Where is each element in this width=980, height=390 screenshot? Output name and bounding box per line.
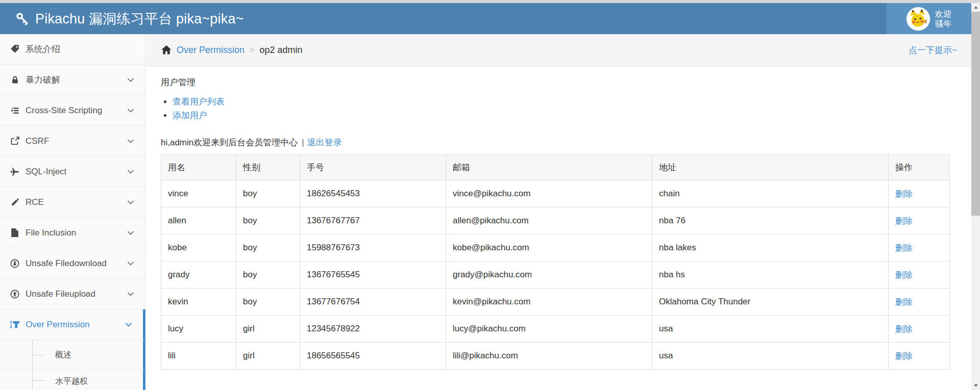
sidebar-item-label: Cross-Site Scripting xyxy=(26,106,102,116)
sidebar-item-over-permission[interactable]: Over Permission xyxy=(0,309,145,340)
sidebar-subitem-horizontal[interactable]: 水平越权 xyxy=(0,370,145,390)
list-item: 添加用户 xyxy=(173,109,971,122)
sidebar-item-label: CSRF xyxy=(26,136,49,146)
scrollbar-thumb[interactable] xyxy=(971,12,980,216)
sidebar-item-xss[interactable]: Cross-Site Scripting xyxy=(0,95,145,126)
logout-link[interactable]: 退出登录 xyxy=(307,138,342,147)
cell-address: usa xyxy=(652,316,889,343)
cell-gender: girl xyxy=(236,316,300,343)
cell-phone: 13676765545 xyxy=(300,262,446,289)
sidebar-item-sql-inject[interactable]: SQL-Inject xyxy=(0,157,145,187)
sidebar-item-unsafe-filedownload[interactable]: Unsafe Filedownload xyxy=(0,248,145,279)
delete-link[interactable]: 删除 xyxy=(895,243,913,253)
sidebar-item-brute-force[interactable]: 暴力破解 xyxy=(0,65,145,95)
cell-username: vince xyxy=(161,180,236,207)
cell-address: nba lakes xyxy=(652,235,889,262)
cell-username: kobe xyxy=(161,235,236,262)
sidebar-item-label: Over Permission xyxy=(26,320,90,330)
cell-address: chain xyxy=(652,180,889,207)
col-header-action: 操作 xyxy=(889,155,950,180)
breadcrumb-link-over-permission[interactable]: Over Permission xyxy=(177,45,244,56)
plane-icon xyxy=(9,168,20,176)
col-header-address: 地址 xyxy=(652,155,889,180)
table-row: lucy girl 12345678922 lucy@pikachu.com u… xyxy=(161,316,950,343)
main-content: 用户管理 查看用户列表 添加用户 hi,admin欢迎来到后台会员管理中心|退出… xyxy=(146,67,971,390)
delete-link[interactable]: 删除 xyxy=(895,270,913,280)
cell-phone: 18626545453 xyxy=(300,180,446,207)
cell-username: lucy xyxy=(161,316,236,343)
table-header-row: 用名 性别 手号 邮箱 地址 操作 xyxy=(161,155,950,180)
pencil-icon xyxy=(9,198,20,206)
chevron-down-icon xyxy=(127,137,135,145)
chevron-down-icon xyxy=(127,168,135,176)
table-row: grady boy 13676765545 grady@pikachu.com … xyxy=(161,262,950,289)
sidebar-item-rce[interactable]: RCE xyxy=(0,187,145,218)
sidebar-item-label: Unsafe Fileupload xyxy=(26,289,95,299)
cell-phone: 12345678922 xyxy=(300,316,446,343)
cell-email: kobe@pikachu.com xyxy=(446,235,652,262)
sidebar-item-unsafe-fileupload[interactable]: Unsafe Fileupload xyxy=(0,279,145,309)
sidebar-item-label: Unsafe Filedownload xyxy=(26,258,107,269)
cell-gender: boy xyxy=(236,207,300,235)
admin-link-list: 查看用户列表 添加用户 xyxy=(161,95,971,122)
chevron-down-icon xyxy=(127,76,135,84)
sidebar-subitem-label: 概述 xyxy=(55,350,71,360)
sidebar-item-label: 暴力破解 xyxy=(26,74,60,86)
col-header-gender: 性别 xyxy=(236,155,300,180)
delete-link[interactable]: 删除 xyxy=(895,297,913,307)
cell-gender: boy xyxy=(236,235,300,262)
scrollbar[interactable] xyxy=(971,3,980,390)
sidebar-item-system-intro[interactable]: 系统介绍 xyxy=(0,34,145,65)
cell-gender: boy xyxy=(236,180,300,207)
welcome-text: 欢迎 骚年 xyxy=(935,9,951,29)
list-item: 查看用户列表 xyxy=(173,95,971,109)
user-panel[interactable]: 欢迎 骚年 xyxy=(887,3,971,34)
col-header-email: 邮箱 xyxy=(446,155,652,180)
table-row: kobe boy 15988767673 kobe@pikachu.com nb… xyxy=(161,235,950,262)
chevron-down-icon xyxy=(127,229,135,237)
cell-username: kevin xyxy=(161,289,236,316)
sidebar-item-csrf[interactable]: CSRF xyxy=(0,126,145,157)
cell-address: nba 76 xyxy=(652,207,889,235)
cell-gender: girl xyxy=(236,343,300,370)
home-icon xyxy=(161,45,172,55)
lock-icon xyxy=(9,75,20,84)
admin-welcome-line: hi,admin欢迎来到后台会员管理中心|退出登录 xyxy=(161,137,971,149)
scroll-up-arrow-icon[interactable] xyxy=(971,3,980,12)
table-row: allen boy 13676767767 allen@pikachu.com … xyxy=(161,207,950,235)
cell-username: allen xyxy=(161,207,236,235)
cell-address: nba hs xyxy=(652,262,889,289)
sidebar-subitem-overview[interactable]: 概述 xyxy=(0,340,145,370)
add-user-link[interactable]: 添加用户 xyxy=(173,111,207,120)
breadcrumb-bar: Over Permission > op2 admin 点一下提示~ xyxy=(146,34,971,66)
sidebar-subitem-label: 水平越权 xyxy=(55,376,88,387)
delete-link[interactable]: 删除 xyxy=(895,324,913,334)
delete-link[interactable]: 删除 xyxy=(895,216,913,226)
cell-gender: boy xyxy=(236,289,300,316)
chevron-down-icon xyxy=(127,290,135,298)
cell-phone: 13677676754 xyxy=(300,289,446,316)
view-user-list-link[interactable]: 查看用户列表 xyxy=(173,97,225,107)
cell-email: grady@pikachu.com xyxy=(446,262,652,289)
separator: | xyxy=(298,138,307,147)
table-row: vince boy 18626545453 vince@pikachu.com … xyxy=(161,180,950,207)
sidebar: 系统介绍 暴力破解 Cross-Site Scripting CSRF xyxy=(0,34,145,390)
delete-link[interactable]: 删除 xyxy=(895,189,913,199)
chevron-down-icon xyxy=(125,321,133,329)
chevron-down-icon xyxy=(127,259,135,268)
pikachu-avatar xyxy=(906,7,930,31)
chevron-down-icon xyxy=(127,198,135,206)
cell-email: allen@pikachu.com xyxy=(446,207,652,235)
delete-link[interactable]: 删除 xyxy=(895,351,913,361)
admin-welcome-text: hi,admin欢迎来到后台会员管理中心 xyxy=(161,138,298,147)
scroll-down-arrow-icon[interactable] xyxy=(971,381,980,390)
hint-link[interactable]: 点一下提示~ xyxy=(909,44,957,56)
cell-email: lili@pikachu.com xyxy=(446,343,652,370)
cell-phone: 15988767673 xyxy=(300,235,446,262)
tags-icon xyxy=(9,45,20,54)
sidebar-item-file-inclusion[interactable]: File Inclusion xyxy=(0,218,145,248)
table-row: lili girl 18656565545 lili@pikachu.com u… xyxy=(161,343,950,370)
app-header: Pikachu 漏洞练习平台 pika~pika~ 欢迎 骚年 xyxy=(0,3,971,34)
col-header-username: 用名 xyxy=(161,155,236,180)
cell-gender: boy xyxy=(236,262,300,289)
